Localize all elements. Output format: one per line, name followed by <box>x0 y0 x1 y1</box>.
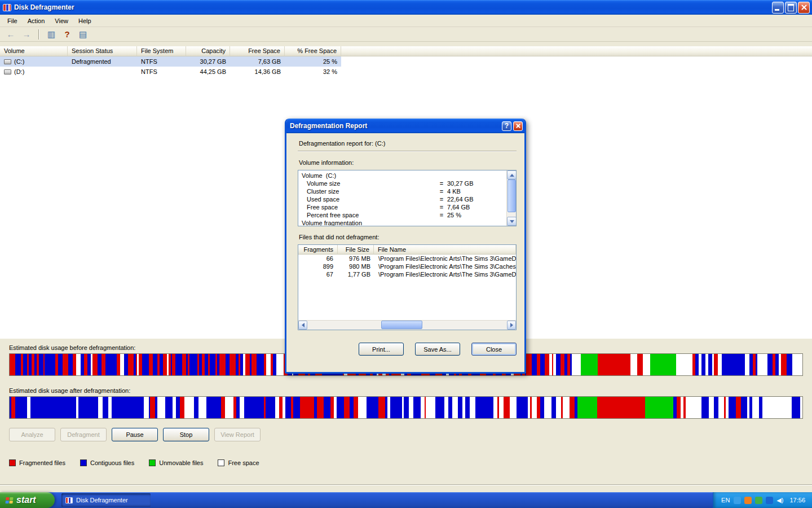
window-titlebar[interactable]: Disk Defragmenter <box>0 0 812 15</box>
files-column-file-size[interactable]: File Size <box>338 245 374 255</box>
usage-segment <box>230 354 233 375</box>
legend: Fragmented filesContiguous filesUnmovabl… <box>9 459 812 466</box>
column-header-capacity[interactable]: Capacity <box>186 46 230 56</box>
volume-information-label: Volume information: <box>299 159 517 166</box>
usage-bar-after <box>9 396 803 419</box>
volume-row-cells: (C:)DefragmentedNTFS30,27 GB7,63 GB25 % <box>0 56 341 67</box>
unmovable-files-swatch <box>149 459 156 466</box>
usage-segment <box>230 397 233 418</box>
usage-segment <box>194 397 198 418</box>
usage-segment <box>102 354 105 375</box>
usage-segment <box>260 354 264 375</box>
file-row[interactable]: 671,77 GB\Program Files\Electronic Arts\… <box>298 270 516 278</box>
dialog-help-button[interactable]: ? <box>502 121 511 131</box>
usage-segment <box>324 397 328 418</box>
stop-button[interactable]: Stop <box>163 428 209 441</box>
save-as-button[interactable]: Save As... <box>415 343 460 356</box>
dialog-close-button[interactable] <box>513 121 523 131</box>
volume-row-c[interactable]: (C:)DefragmentedNTFS30,27 GB7,63 GB25 % <box>0 56 812 67</box>
messenger-icon[interactable] <box>755 497 762 504</box>
file-row[interactable]: 66976 MB\Program Files\Electronic Arts\T… <box>298 255 516 262</box>
info-value: 25 % <box>447 211 506 219</box>
usage-segment <box>84 397 89 418</box>
volume-icon[interactable]: ◀) <box>776 497 783 504</box>
menu-action[interactable]: Action <box>23 16 50 26</box>
info-equals: = <box>436 211 447 219</box>
volume-list-header: VolumeSession StatusFile SystemCapacityF… <box>0 46 812 56</box>
dialog-titlebar[interactable]: Defragmentation Report ? <box>285 119 526 133</box>
files-list[interactable]: FragmentsFile SizeFile Name 66976 MB\Pro… <box>298 244 517 330</box>
usage-segment <box>275 397 279 418</box>
down-arrow-icon <box>510 220 514 223</box>
fragments-cell: 899 <box>298 262 338 270</box>
usage-segment <box>219 354 223 375</box>
usage-segment <box>362 397 367 418</box>
menu-file[interactable]: File <box>2 16 23 26</box>
file-row[interactable]: 899980 MB\Program Files\Electronic Arts\… <box>298 262 516 270</box>
network-icon[interactable] <box>734 497 741 504</box>
files-column-file-name[interactable]: File Name <box>374 245 516 255</box>
usage-segment <box>511 397 517 418</box>
column-header-free-space[interactable]: % Free Space <box>285 46 341 56</box>
info-value <box>447 172 506 179</box>
usage-segment <box>293 397 297 418</box>
forward-icon[interactable]: → <box>20 29 33 40</box>
volume-information-list[interactable]: Volume (C:)Volume size=30,27 GBCluster s… <box>298 170 517 226</box>
scroll-left-button[interactable] <box>298 321 307 330</box>
dialog-body: Defragmentation report for: (C:) Volume … <box>286 133 524 356</box>
usage-segment <box>577 397 597 418</box>
right-arrow-icon <box>510 323 513 327</box>
column-header-file-system[interactable]: File System <box>137 46 186 56</box>
taskbar-task-disk-defragmenter[interactable]: Disk Defragmenter <box>61 493 151 507</box>
scrollbar-thumb[interactable] <box>508 179 516 212</box>
menu-help[interactable]: Help <box>73 16 96 26</box>
close-button[interactable]: Close <box>471 343 517 356</box>
scroll-down-button[interactable] <box>507 217 517 226</box>
file-name-cell: \Program Files\Electronic Arts\The Sims … <box>374 255 516 262</box>
export-list-icon[interactable]: ▤ <box>77 29 89 40</box>
menu-view[interactable]: View <box>50 16 73 26</box>
windows-logo-icon <box>5 497 13 503</box>
usage-segment <box>226 354 230 375</box>
usage-segment <box>206 397 211 418</box>
volume-info-line: Free space=7,64 GB <box>302 203 506 211</box>
close-button[interactable] <box>798 2 810 14</box>
volume-cell: (D:) <box>0 67 68 77</box>
help-icon[interactable]: ? <box>61 29 73 40</box>
usage-segment <box>23 354 27 375</box>
volume-cell: (C:) <box>0 56 68 67</box>
fragments-cell: 66 <box>298 255 338 262</box>
panel-separator <box>0 484 812 485</box>
volume-row-d[interactable]: (D:)NTFS44,25 GB14,36 GB32 % <box>0 67 812 77</box>
print-button[interactable]: Print... <box>359 343 404 356</box>
column-header-free-space[interactable]: Free Space <box>230 46 285 56</box>
scroll-right-button[interactable] <box>507 321 516 330</box>
usage-segment <box>800 397 802 418</box>
pause-button[interactable]: Pause <box>112 428 158 441</box>
info-name: Volume size <box>302 179 436 187</box>
horizontal-scrollbar[interactable] <box>298 320 516 330</box>
scroll-up-button[interactable] <box>507 170 517 179</box>
console-tree-icon[interactable]: ▥ <box>45 29 58 40</box>
column-header-volume[interactable]: Volume <box>0 46 68 56</box>
usage-segment <box>60 397 65 418</box>
usage-segment <box>734 354 738 375</box>
minimize-button[interactable] <box>772 2 784 14</box>
back-icon[interactable]: ← <box>5 29 17 40</box>
legend-item-unmovable-files: Unmovable files <box>149 459 203 466</box>
antivirus-icon[interactable] <box>744 497 752 504</box>
free-space-swatch <box>218 459 224 466</box>
vertical-scrollbar[interactable] <box>506 170 516 226</box>
restore-button[interactable] <box>785 2 797 14</box>
bluetooth-icon[interactable] <box>766 497 773 504</box>
column-header-session-status[interactable]: Session Status <box>68 46 137 56</box>
defragment-button: Defragment <box>60 428 107 441</box>
view-report-button: View Report <box>214 428 261 441</box>
defrag-task-icon <box>65 497 73 503</box>
start-button[interactable]: start <box>0 492 55 508</box>
usage-segment <box>198 397 202 418</box>
files-column-fragments[interactable]: Fragments <box>298 245 338 255</box>
scrollbar-thumb[interactable] <box>381 321 422 329</box>
language-indicator[interactable]: EN <box>721 497 730 503</box>
taskbar-clock[interactable]: 17:56 <box>789 497 805 503</box>
